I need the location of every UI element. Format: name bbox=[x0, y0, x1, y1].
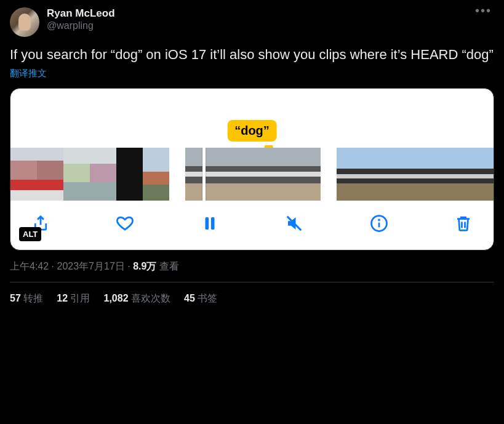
alt-badge[interactable]: ALT bbox=[19, 227, 41, 241]
video-thumbnail bbox=[90, 148, 116, 201]
clip-group[interactable] bbox=[10, 148, 169, 201]
likes-stat[interactable]: 1,082 喜欢次数 bbox=[104, 292, 171, 305]
video-filmstrip[interactable] bbox=[10, 148, 494, 201]
playhead[interactable] bbox=[202, 148, 206, 201]
video-thumbnail bbox=[388, 148, 414, 201]
media-toolbar bbox=[10, 201, 494, 250]
retweets-stat[interactable]: 57 转推 bbox=[10, 292, 43, 305]
video-thumbnail bbox=[143, 148, 169, 201]
video-thumbnail bbox=[492, 148, 494, 201]
video-thumbnail bbox=[10, 148, 37, 201]
tweet-header: Ryan McLeod @warpling ••• bbox=[10, 7, 494, 37]
tweet-meta: 上午4:42 · 2023年7月17日 · 8.9万 查看 bbox=[10, 260, 494, 282]
tweet-date[interactable]: 2023年7月17日 bbox=[57, 261, 124, 271]
quotes-stat[interactable]: 12 引用 bbox=[57, 292, 90, 305]
author-block[interactable]: Ryan McLeod @warpling bbox=[47, 7, 473, 32]
tweet-text: If you search for “dog” on iOS 17 it’ll … bbox=[10, 46, 494, 64]
tweet-container: Ryan McLeod @warpling ••• If you search … bbox=[0, 0, 504, 305]
video-thumbnail bbox=[253, 148, 287, 201]
video-thumbnail bbox=[362, 148, 388, 201]
clip-group[interactable] bbox=[337, 148, 494, 201]
views-count: 8.9万 bbox=[133, 261, 156, 271]
caption-badge: “dog” bbox=[227, 120, 277, 142]
author-display-name: Ryan McLeod bbox=[47, 7, 473, 20]
video-thumbnail bbox=[414, 148, 440, 201]
video-thumbnail bbox=[37, 148, 63, 201]
media-header-area: “dog” bbox=[10, 89, 494, 148]
views-label: 查看 bbox=[156, 261, 178, 271]
bookmarks-stat[interactable]: 45 书签 bbox=[184, 292, 217, 305]
translate-link[interactable]: 翻译推文 bbox=[10, 68, 494, 79]
video-thumbnail bbox=[219, 148, 253, 201]
video-thumbnail bbox=[466, 148, 492, 201]
tweet-time[interactable]: 上午4:42 bbox=[10, 261, 49, 271]
trash-icon[interactable] bbox=[454, 214, 473, 233]
pause-icon[interactable] bbox=[201, 214, 219, 233]
mute-icon[interactable] bbox=[285, 214, 303, 233]
svg-point-4 bbox=[378, 220, 379, 220]
clip-group-current[interactable] bbox=[185, 148, 321, 201]
heart-icon[interactable] bbox=[116, 214, 134, 233]
tweet-stats: 57 转推 12 引用 1,082 喜欢次数 45 书签 bbox=[10, 282, 494, 305]
avatar[interactable] bbox=[10, 7, 39, 37]
video-thumbnail bbox=[287, 148, 321, 201]
svg-rect-1 bbox=[211, 217, 215, 230]
video-thumbnail bbox=[440, 148, 466, 201]
media-attachment[interactable]: “dog” bbox=[10, 88, 494, 250]
info-icon[interactable] bbox=[370, 214, 388, 233]
svg-rect-0 bbox=[205, 217, 209, 230]
more-options-button[interactable]: ••• bbox=[473, 4, 494, 18]
video-thumbnail bbox=[63, 148, 90, 201]
video-thumbnail bbox=[337, 148, 362, 201]
author-handle: @warpling bbox=[47, 20, 473, 32]
video-thumbnail bbox=[116, 148, 143, 201]
caption-marker: “dog” bbox=[227, 120, 277, 149]
